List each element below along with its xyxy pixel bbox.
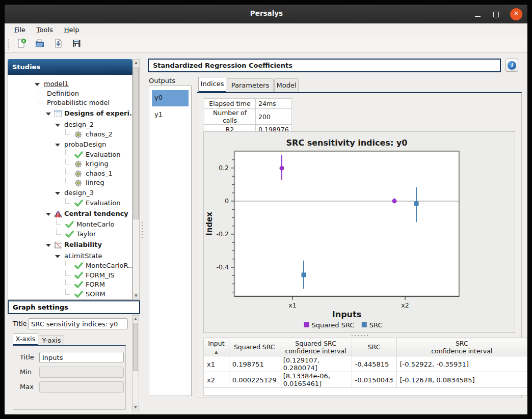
tree-branch-line (65, 289, 70, 295)
stat-value: 200 (256, 109, 292, 125)
scroll-up-arrow-icon[interactable]: ▲ (133, 60, 139, 66)
tree-item-evaluation[interactable]: Evaluation (8, 199, 132, 209)
tree-branch-line (38, 98, 43, 103)
close-button[interactable]: ✕ (510, 8, 522, 20)
collapse-arrow-icon[interactable] (46, 244, 51, 247)
axis-max-input (39, 381, 124, 393)
tree-item-model1[interactable]: model1 (8, 79, 132, 90)
tree-item-linreg[interactable]: linreg (8, 179, 132, 188)
scroll-down-arrow-icon[interactable]: ▼ (133, 293, 139, 299)
import-script-button[interactable] (50, 37, 66, 51)
tree-item-label: MonteCarlo (76, 220, 114, 228)
tab-y-axis[interactable]: Y-axis (39, 335, 64, 346)
collapse-arrow-icon[interactable] (55, 124, 60, 127)
outputs-list: y0y1 (149, 86, 192, 396)
tree-item-design-3[interactable]: design_3 (8, 188, 132, 199)
axis-title-input[interactable] (39, 352, 124, 363)
tree-item-probabilistic-model[interactable]: Probabilistic model (8, 99, 132, 108)
info-button[interactable]: i (505, 59, 518, 72)
toolbar-drag-handle[interactable] (8, 39, 11, 50)
app-window: Persalys ✕ FileToolsHelp Studies model1D… (4, 4, 528, 415)
window-title: Persalys (5, 9, 528, 17)
horizontal-splitter-handle[interactable] (141, 221, 143, 238)
toolbar (5, 36, 528, 53)
graph-settings-scrollbar[interactable]: ▲ ▼ (132, 315, 139, 411)
tree-item-reliability[interactable]: G=0Reliability (8, 239, 132, 251)
stats-row: Number of calls200 (204, 109, 292, 125)
column-header-input[interactable]: Input ▲ (204, 338, 229, 356)
tree-item-probadesign[interactable]: probaDesign (8, 140, 132, 151)
chart-svg: SRC sensitivity indices: y00.20-0.2-0.4x… (204, 132, 516, 333)
column-header-squared-src[interactable]: Squared SRC (229, 338, 280, 356)
scrollbar-handle[interactable] (134, 67, 139, 219)
tab-indices[interactable]: Indices (198, 77, 226, 93)
collapse-arrow-icon[interactable] (46, 213, 51, 216)
tab-x-axis[interactable]: X-axis (13, 333, 38, 346)
open-folder-icon (35, 38, 45, 50)
tree-branch-line (65, 280, 70, 285)
tree-item-alimitstate[interactable]: aLimitState (8, 251, 132, 262)
info-icon: i (508, 61, 516, 70)
scrollbar-handle[interactable] (133, 323, 138, 371)
legend-swatch (304, 322, 309, 327)
tree-branch-line (65, 129, 70, 135)
studies-panel-header: Studies (8, 59, 132, 75)
gear-icon (74, 179, 82, 188)
menu-bar: FileToolsHelp (5, 24, 528, 36)
results-cell: [8.13384e-06, 0.0165461] (280, 372, 352, 388)
graph-title-input[interactable] (28, 318, 128, 329)
minimize-button[interactable] (471, 8, 484, 20)
scroll-down-arrow-icon[interactable]: ▼ (132, 404, 139, 411)
analysis-title-input[interactable]: Standardized Regression Coefficients (148, 59, 501, 72)
gear-icon (74, 131, 82, 140)
tree-item-designs-of-experi-[interactable]: Designs of experi... (8, 108, 132, 120)
open-study-button[interactable] (32, 37, 47, 51)
tree-item-label: model1 (44, 80, 69, 88)
output-item-y0[interactable]: y0 (152, 90, 189, 106)
tree-item-montecarlo[interactable]: MonteCarlo (8, 220, 132, 230)
menu-tools[interactable]: Tools (32, 25, 58, 35)
stat-label: Elapsed time (204, 99, 256, 109)
menu-help[interactable]: Help (60, 25, 84, 35)
column-header-squared-src[interactable]: Squared SRC confidence interval (280, 338, 352, 356)
tree-item-taylor[interactable]: Taylor (8, 230, 132, 239)
scroll-up-arrow-icon[interactable]: ▲ (132, 316, 139, 322)
save-study-button[interactable] (69, 37, 84, 51)
tree-item-label: chaos_1 (86, 170, 113, 177)
collapse-arrow-icon[interactable] (35, 83, 40, 86)
new-study-button[interactable] (14, 37, 29, 51)
tab-model[interactable]: Model (274, 78, 299, 92)
collapse-arrow-icon[interactable] (55, 144, 60, 147)
tree-item-chaos-2[interactable]: chaos_2 (8, 130, 132, 140)
tree-branch-line (65, 169, 70, 174)
tree-branch-line (65, 261, 70, 266)
menu-file[interactable]: File (10, 25, 30, 35)
gear-icon (74, 160, 82, 170)
collapse-arrow-icon[interactable] (55, 192, 60, 195)
tree-item-central-tendency[interactable]: Central tendency (8, 208, 132, 220)
results-cell: x1 (204, 356, 229, 372)
check-icon (74, 281, 83, 290)
x-tick-label: x2 (401, 301, 409, 309)
x-axis-label: Inputs (332, 310, 361, 319)
tree-item-sorm[interactable]: SORM (8, 290, 132, 300)
tree-item-definition[interactable]: Definition (8, 90, 132, 99)
collapse-arrow-icon[interactable] (46, 113, 51, 116)
tree-item-label: Definition (47, 90, 79, 97)
axis-title-label: Title (20, 353, 34, 361)
tree-item-label: Evaluation (86, 199, 121, 207)
column-header-src[interactable]: SRC confidence interval (396, 338, 527, 356)
studies-tree-scrollbar[interactable]: ▲ ▼ (132, 59, 140, 300)
title-bar[interactable]: Persalys ✕ (5, 5, 528, 23)
chart-table-splitter-handle[interactable] (351, 334, 368, 337)
tree-branch-line (65, 270, 70, 276)
tree-item-design-2[interactable]: design_2 (8, 120, 132, 130)
y-tick-label: 0.2 (219, 164, 229, 172)
collapse-arrow-icon[interactable] (55, 255, 60, 258)
maximize-button[interactable] (490, 8, 502, 20)
column-header-src[interactable]: SRC (352, 338, 396, 356)
stat-label: Number of calls (204, 109, 256, 125)
output-item-y1[interactable]: y1 (152, 107, 189, 123)
tree-item-label: aLimitState (64, 252, 102, 260)
tab-parameters[interactable]: Parameters (227, 78, 274, 92)
